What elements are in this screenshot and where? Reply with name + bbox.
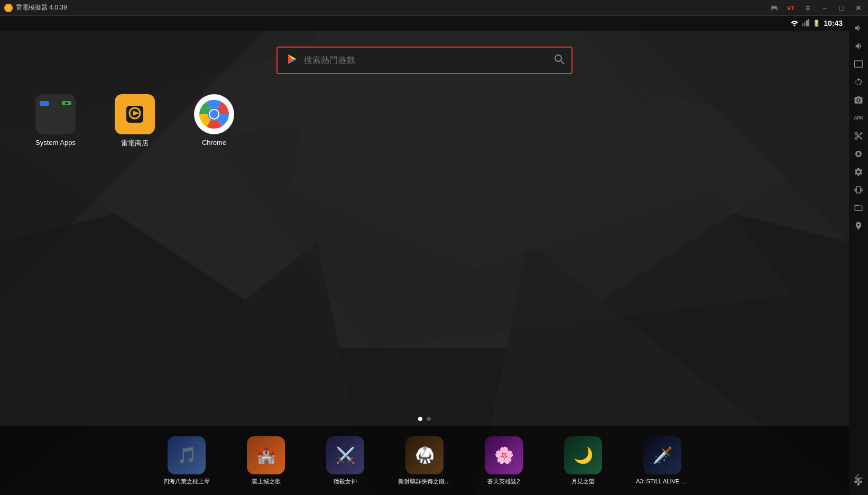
game-icon-2: 🏰: [247, 436, 285, 474]
svg-rect-3: [808, 19, 809, 26]
app-system-apps[interactable]: 👤 ▶ System Apps: [32, 94, 79, 148]
close-button[interactable]: ✕: [851, 1, 866, 15]
record-icon[interactable]: [851, 146, 866, 162]
vibrate-icon[interactable]: [851, 182, 866, 198]
game-icon-3: ⚔️: [326, 436, 364, 474]
shelf-label-7: A3: STILL ALIVE 倖存者: [636, 478, 689, 485]
bottom-app-shelf: 🎵 四海八荒之枕上琴 🏰 雲上城之歌 ⚔️ 獵殺女神 🥋 新射鵰群俠傳之鐵血丹心…: [0, 426, 849, 495]
page-dot-active: [418, 417, 422, 421]
system-apps-label: System Apps: [35, 139, 76, 146]
status-bar: 🔋 10:43: [0, 16, 849, 31]
chrome-icon: [194, 94, 234, 134]
game-icon-5: 🌸: [485, 436, 523, 474]
back-button[interactable]: [852, 472, 865, 487]
svg-point-28: [857, 152, 860, 155]
main-content: 👤 ▶ System Apps 雷電商店: [0, 31, 849, 495]
status-icons: 🔋 10:43: [790, 19, 843, 28]
right-sidebar: APK: [849, 16, 868, 495]
title-bar: ⚡ 雷電模擬器 4.0.39 🎮 VT ≡ − □ ✕: [0, 0, 868, 16]
signal-icon: [802, 19, 809, 28]
wifi-icon: [790, 19, 799, 28]
shelf-label-6: 月見之螢: [571, 478, 595, 485]
shelf-label-3: 獵殺女神: [334, 478, 357, 485]
ldstore-icon: [115, 94, 155, 134]
vt-button[interactable]: VT: [783, 1, 798, 15]
shelf-item-6[interactable]: 🌙 月見之螢: [557, 436, 610, 485]
shelf-item-3[interactable]: ⚔️ 獵殺女神: [319, 436, 372, 485]
minimize-button[interactable]: −: [817, 1, 832, 15]
search-bar-wrapper: [276, 47, 572, 74]
rotate-icon[interactable]: [851, 74, 866, 90]
app-title: 雷電模擬器 4.0.39: [16, 3, 67, 12]
apk-icon[interactable]: APK: [851, 110, 866, 126]
game-icon-7: 🗡️: [643, 436, 681, 474]
shelf-item-1[interactable]: 🎵 四海八荒之枕上琴: [160, 436, 213, 485]
screen-icon[interactable]: [851, 56, 866, 72]
svg-rect-0: [802, 23, 804, 26]
top-app-grid: 👤 ▶ System Apps 雷電商店: [32, 94, 238, 148]
shelf-item-2[interactable]: 🏰 雲上城之歌: [239, 436, 292, 485]
shelf-item-5[interactable]: 🌸 蒼天英雄誌2: [477, 436, 530, 485]
app-ldstore[interactable]: 雷電商店: [111, 94, 159, 148]
menu-button[interactable]: ≡: [800, 1, 815, 15]
settings-icon[interactable]: [851, 164, 866, 180]
gamepad-button[interactable]: 🎮: [767, 1, 781, 15]
shelf-label-5: 蒼天英雄誌2: [487, 478, 520, 485]
search-submit-icon[interactable]: [553, 53, 565, 68]
search-bar[interactable]: [276, 47, 572, 74]
title-bar-left: ⚡ 雷電模擬器 4.0.39: [0, 3, 67, 12]
svg-line-19: [561, 61, 564, 64]
status-time: 10:43: [824, 19, 843, 28]
game-icon-1: 🎵: [168, 436, 206, 474]
volume-down-icon[interactable]: [851, 38, 866, 54]
camera-icon[interactable]: [851, 92, 866, 108]
folder-icon[interactable]: [851, 200, 866, 216]
location-icon[interactable]: [851, 218, 866, 234]
page-dot-inactive: [427, 417, 431, 421]
maximize-button[interactable]: □: [834, 1, 849, 15]
scissors-icon[interactable]: [851, 128, 866, 144]
title-bar-controls: 🎮 VT ≡ − □ ✕: [767, 1, 868, 15]
shelf-label-1: 四海八荒之枕上琴: [163, 478, 210, 485]
chrome-label: Chrome: [202, 139, 226, 146]
svg-rect-2: [806, 20, 808, 26]
google-play-icon: [284, 52, 299, 69]
svg-point-18: [555, 55, 561, 61]
shelf-item-7[interactable]: 🗡️ A3: STILL ALIVE 倖存者: [636, 436, 689, 485]
volume-up-icon[interactable]: [851, 20, 866, 36]
app-chrome[interactable]: Chrome: [190, 94, 238, 148]
shelf-item-4[interactable]: 🥋 新射鵰群俠傳之鐵血丹心: [398, 436, 451, 485]
app-logo: ⚡: [4, 4, 13, 12]
page-indicator: [418, 417, 431, 421]
game-icon-6: 🌙: [564, 436, 602, 474]
game-icon-4: 🥋: [405, 436, 444, 474]
search-input[interactable]: [304, 56, 548, 65]
ldstore-label: 雷電商店: [121, 139, 149, 148]
svg-point-26: [210, 110, 218, 118]
system-apps-icon: 👤 ▶: [35, 94, 76, 134]
battery-icon: 🔋: [812, 20, 820, 27]
shelf-label-2: 雲上城之歌: [252, 478, 281, 485]
svg-rect-1: [804, 22, 806, 26]
shelf-label-4: 新射鵰群俠傳之鐵血丹心: [398, 478, 451, 485]
